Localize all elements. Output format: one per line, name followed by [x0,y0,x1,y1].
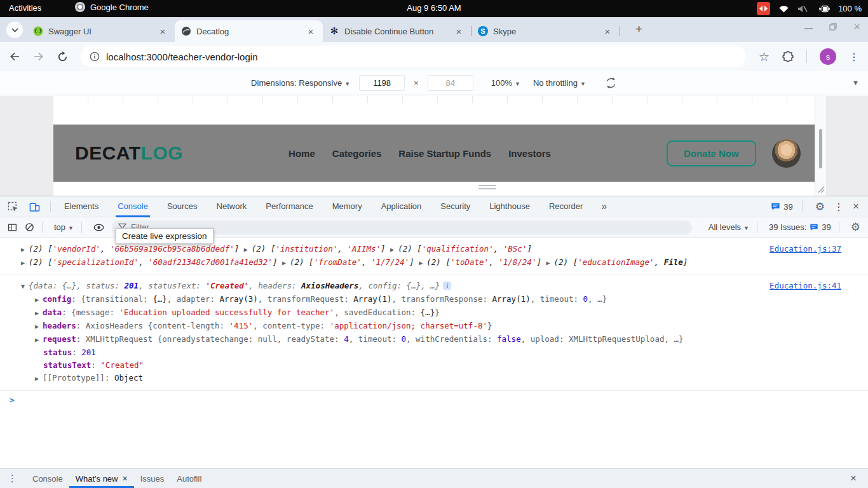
extensions-icon[interactable] [782,51,794,62]
tab-close-button[interactable]: × [453,26,465,37]
source-link[interactable]: Education.js:37 [770,243,841,255]
profile-avatar[interactable]: s [820,48,836,65]
expand-arrow-icon[interactable]: ▼ [21,283,29,290]
viewport-width-input[interactable]: 1198 [359,75,405,91]
expand-arrow-icon[interactable]: ▶ [21,246,29,253]
browser-menu-kebab-icon[interactable]: ⋮ [849,51,859,63]
zoom-select[interactable]: 100%▼ [491,78,520,88]
devtools-tab-elements[interactable]: Elements [55,196,108,217]
drawer-tab-what-s-new[interactable]: What's new× [69,469,134,488]
nav-link-home[interactable]: Home [288,148,315,159]
devtools-tab-console[interactable]: Console [108,196,158,217]
screen-share-indicator-icon[interactable] [757,2,770,15]
expand-arrow-icon[interactable]: ▶ [35,336,43,343]
viewport-scrollbar[interactable] [815,96,826,196]
tab-separator [620,26,620,36]
console-text: 'vendorId' [53,244,100,254]
tab-close-button[interactable]: × [602,26,613,37]
bookmark-star-icon[interactable]: ☆ [759,51,770,62]
window-minimize-button[interactable] [804,24,813,29]
console-text: [[Prototype]] [43,373,105,383]
viewport-corner-resize-icon[interactable] [817,186,825,193]
clear-console-icon[interactable] [25,222,34,232]
site-logo[interactable]: DECATLOG [75,142,183,164]
console-text: 0 [583,294,588,304]
divider [50,201,51,212]
console-sidebar-toggle-icon[interactable] [8,223,17,232]
console-text: , statusText: [139,281,205,290]
clock[interactable]: Aug 9 6:50 AM [0,3,868,13]
expand-arrow-icon[interactable]: ▶ [35,296,43,303]
devtools-close-icon[interactable]: × [853,200,859,213]
source-link[interactable]: Education.js:41 [770,280,841,292]
devtools-tab-security[interactable]: Security [431,196,480,217]
user-avatar[interactable] [772,139,801,168]
viewport-height-input[interactable]: 84 [428,75,473,91]
window-close-button[interactable]: × [853,22,860,31]
browser-tab[interactable]: ✻Disable Continue Button× [323,20,471,42]
console-text: status [43,348,72,357]
forward-button[interactable] [33,51,44,62]
new-tab-button[interactable]: + [635,23,642,36]
devtools-tab-lighthouse[interactable]: Lighthouse [480,196,539,217]
tab-close-button[interactable]: × [305,26,316,37]
drawer-tab-autofill[interactable]: Autofill [170,469,208,488]
reload-button[interactable] [57,51,68,62]
expand-arrow-icon[interactable]: ▶ [390,246,398,253]
log-levels-select[interactable]: All levels▼ [709,222,749,232]
inspect-element-icon[interactable] [8,201,18,212]
expand-arrow-icon[interactable]: ▶ [546,259,554,266]
nav-link-categories[interactable]: Categories [332,148,382,159]
scrollbar-thumb[interactable] [819,129,822,168]
expand-arrow-icon[interactable]: ▶ [21,259,29,266]
drawer-tab-close-button[interactable]: × [123,473,128,484]
console-messages-badge[interactable]: 39 [771,202,792,212]
expand-arrow-icon[interactable]: ▶ [35,323,43,330]
devtools-tab-memory[interactable]: Memory [323,196,372,217]
console-text: : [91,360,100,370]
tab-search-button[interactable] [6,22,23,38]
back-button[interactable] [9,51,20,62]
more-tabs-button[interactable]: » [592,201,616,212]
javascript-context-select[interactable]: top▼ [54,222,74,232]
drawer-menu-kebab-icon[interactable]: ⋮ [8,473,17,484]
console-settings-icon[interactable]: ⚙ [851,222,860,233]
window-restore-button[interactable] [829,23,837,30]
devtools-tab-application[interactable]: Application [372,196,431,217]
devtools-tab-performance[interactable]: Performance [256,196,322,217]
console-prompt-row[interactable]: > [0,390,868,405]
donate-button[interactable]: Donate Now [667,140,756,166]
console-text: , timeout: [349,334,402,344]
nav-link-investors[interactable]: Investors [508,148,551,159]
console-text: 201 [81,348,96,357]
browser-tab[interactable]: SSkype× [471,20,620,42]
devtools-settings-icon[interactable]: ⚙ [815,201,825,212]
site-info-icon[interactable] [90,51,100,62]
device-dimensions-select[interactable]: Dimensions: Responsive▼ [251,78,350,88]
expand-arrow-icon[interactable]: ▶ [35,309,43,316]
expand-arrow-icon[interactable]: ▶ [244,246,252,253]
drawer-tab-issues[interactable]: Issues [134,469,171,488]
console-row: status: 201 [0,346,868,359]
devtools-tab-sources[interactable]: Sources [158,196,207,217]
devtools-tab-network[interactable]: Network [207,196,257,217]
devtools-menu-kebab-icon[interactable]: ⋮ [834,201,844,213]
device-toolbar-overflow-button[interactable]: ▼ [852,79,859,86]
browser-tab[interactable]: Decatlog× [175,20,323,42]
throttling-select[interactable]: No throttling▼ [533,78,586,88]
tab-close-button[interactable]: × [157,26,168,37]
device-toolbar-toggle-icon[interactable] [29,201,40,212]
expand-arrow-icon[interactable]: ▶ [282,259,290,266]
expand-arrow-icon[interactable]: ▶ [35,375,43,382]
browser-tab[interactable]: Swagger UI× [27,20,175,42]
drawer-tab-console[interactable]: Console [26,469,69,488]
devtools-tab-recorder[interactable]: Recorder [539,196,592,217]
drawer-close-icon[interactable]: × [850,472,860,485]
expand-arrow-icon[interactable]: ▶ [419,259,426,266]
issues-counter[interactable]: 39 Issues: 39 [769,222,831,232]
rotate-viewport-icon[interactable] [605,77,617,89]
viewport-resize-handle[interactable] [478,185,496,189]
url-bar[interactable]: localhost:3000/teacher-vendor-login [81,46,746,67]
create-live-expression-icon[interactable] [93,224,104,231]
nav-link-raise-startup-funds[interactable]: Raise Startup Funds [398,148,491,159]
